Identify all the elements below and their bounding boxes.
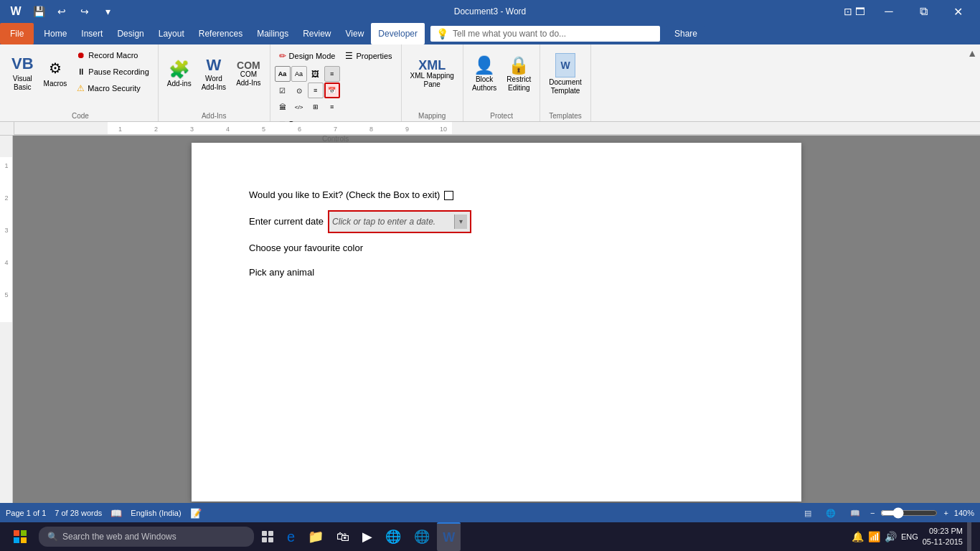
ctrl-combo-btn[interactable]: ≡ [324,66,340,82]
start-button[interactable] [3,522,37,551]
document-area[interactable]: Would you like to Exit? (Check the Box t… [13,136,980,503]
block-authors-button[interactable]: 👤 BlockAuthors [468,47,501,100]
pause-recording-button[interactable]: ⏸ Pause Recording [72,64,153,80]
ctrl-legacy-btn[interactable]: ⊞ [308,99,324,115]
macros-button[interactable]: ⚙ Macros [39,47,72,100]
undo-qat-btn[interactable]: ↩ [52,1,72,22]
menu-home[interactable]: Home [37,23,74,44]
menu-insert[interactable]: Insert [74,23,110,44]
visual-basic-button[interactable]: VB VisualBasic [7,47,38,100]
addins-label: Add-ins [167,80,192,88]
status-bar-right: ▤ 🌐 📖 − + 140% [800,507,974,519]
web-view-btn[interactable]: 🌐 [821,507,840,519]
ribbon-group-mapping: XML XML MappingPane Mapping [402,44,463,121]
close-btn[interactable]: ✕ [941,0,974,23]
read-view-btn[interactable]: 📖 [846,507,864,519]
svg-text:5: 5 [4,291,8,298]
zoom-slider[interactable] [880,507,938,519]
notification-icon[interactable]: 🔔 [852,531,864,542]
redo-qat-btn[interactable]: ↪ [75,1,95,22]
ctrl-radio-btn[interactable]: ⊙ [291,83,307,98]
pause-recording-label: Pause Recording [88,67,149,76]
menu-mailings[interactable]: Mailings [250,23,296,44]
language-indicator[interactable]: ENG [901,532,918,541]
mapping-group-content: XML XML MappingPane [406,47,458,109]
date-picker-field[interactable]: Click or tap to enter a date. ▾ [328,210,471,233]
ctrl-date-btn[interactable]: 📅 [324,83,340,98]
ctrl-text2-btn[interactable]: Aa [291,66,307,82]
ctrl-text-btn[interactable]: Aa [275,66,291,82]
language: English (India) [131,509,181,517]
sound-icon[interactable]: 🔊 [885,531,897,542]
ctrl-list-btn[interactable]: ≡ [308,83,324,98]
menu-developer[interactable]: Developer [371,23,425,44]
svg-rect-26 [268,537,273,542]
document-content: Would you like to Exit? (Check the Box t… [249,186,744,282]
word-addins-label: WordAdd-Ins [202,75,226,92]
minimize-btn[interactable]: ─ [872,0,905,23]
word-count: 7 of 28 words [55,509,102,517]
media-btn[interactable]: ▶ [357,522,378,551]
macro-small-stack: ⏺ Record Macro ⏸ Pause Recording ⚠ Macro… [72,47,153,96]
save-qat-btn[interactable]: 💾 [29,1,49,22]
restrict-editing-button[interactable]: 🔒 RestrictEditing [502,47,535,100]
ctrl-check-btn[interactable]: ☑ [275,83,291,98]
chrome-btn-1[interactable]: 🌐 [380,522,407,551]
zoom-out-btn[interactable]: − [870,509,875,517]
network-icon[interactable]: 📶 [868,531,880,542]
ctrl-building-btn[interactable]: 🏛 [275,99,291,115]
menu-file[interactable]: File [0,23,34,44]
menu-layout[interactable]: Layout [151,23,192,44]
share-button[interactable]: Share [666,26,706,42]
store-btn[interactable]: 🛍 [331,522,355,551]
xml-mapping-pane-button[interactable]: XML XML MappingPane [406,47,458,100]
ribbon-collapse-btn[interactable]: ▲ [967,47,977,59]
svg-rect-20 [21,530,27,536]
menu-references[interactable]: References [192,23,250,44]
date-picker-dropdown-btn[interactable]: ▾ [454,215,467,229]
zoom-in-btn[interactable]: + [943,509,948,517]
svg-rect-1 [108,122,452,135]
design-mode-button[interactable]: ✏ Design Mode [275,47,340,65]
tell-bar-text: Tell me what you want to do... [453,29,566,39]
tell-bar[interactable]: 💡 Tell me what you want to do... [430,26,660,42]
com-addins-button[interactable]: COM COMAdd-Ins [232,47,265,100]
chrome-btn-2[interactable]: 🌐 [408,522,435,551]
word-icon: W [6,1,26,22]
svg-rect-24 [268,531,273,536]
menu-view[interactable]: View [339,23,372,44]
addins-button[interactable]: 🧩 Add-ins [163,47,196,100]
record-macro-button[interactable]: ⏺ Record Macro [72,47,153,63]
ctrl-xml-btn[interactable]: </> [291,99,307,115]
macros-icon: ⚙ [49,60,62,77]
file-explorer-btn[interactable]: 📁 [302,522,329,551]
ruler-corner [0,122,14,135]
restore-btn[interactable]: ⧉ [907,0,940,23]
templates-group-content: W DocumentTemplate [545,47,586,109]
addins-group-label: Add-Ins [202,109,226,120]
customize-qat-btn[interactable]: ▾ [98,1,118,22]
menu-design[interactable]: Design [110,23,151,44]
word-taskbar-btn[interactable]: W [437,522,461,551]
com-addins-icon: COM [237,60,260,70]
exit-checkbox[interactable] [444,191,453,200]
taskbar-search-text: Search the web and Windows [62,532,176,542]
taskbar-search[interactable]: 🔍 Search the web and Windows [39,527,254,547]
track-changes-icon: 📝 [190,508,202,519]
properties-button[interactable]: ☰ Properties [341,47,396,65]
document-template-button[interactable]: W DocumentTemplate [545,47,586,100]
word-addins-icon: W [207,56,222,75]
macro-security-button[interactable]: ⚠ Macro Security [72,80,153,96]
print-view-btn[interactable]: ▤ [800,507,816,519]
ctrl-more-btn[interactable]: ≡ [324,99,340,115]
task-view-btn[interactable] [255,522,280,551]
taskbar-right: 🔔 📶 🔊 ENG 09:23 PM 05-11-2015 [852,522,977,551]
show-desktop-btn[interactable] [967,522,971,551]
page-count: Page 1 of 1 [6,509,46,517]
word-addins-button[interactable]: W WordAdd-Ins [197,47,230,100]
ctrl-image-btn[interactable]: 🖼 [308,66,324,82]
menu-review[interactable]: Review [296,23,338,44]
edge-browser-btn[interactable]: e [281,522,301,551]
svg-text:4: 4 [4,259,8,266]
svg-text:4: 4 [226,126,230,133]
